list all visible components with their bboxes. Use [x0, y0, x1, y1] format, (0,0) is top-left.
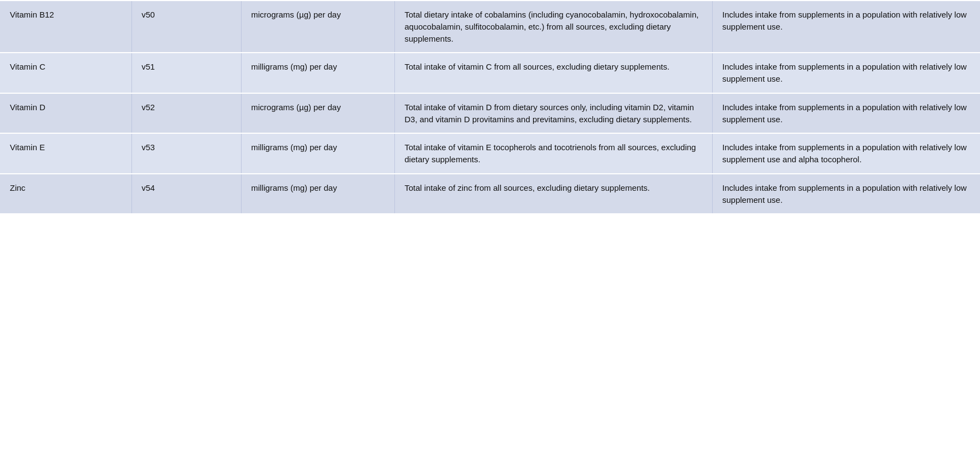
nutrient-name: Vitamin E [0, 133, 131, 174]
nutrient-description: Total intake of vitamin D from dietary s… [394, 93, 712, 134]
nutrient-unit: micrograms (µg) per day [241, 93, 394, 134]
nutrient-notes: Includes intake from supplements in a po… [712, 174, 980, 214]
table-row: Zinc v54 milligrams (mg) per day Total i… [0, 174, 980, 214]
nutrient-notes: Includes intake from supplements in a po… [712, 133, 980, 174]
nutrient-code: v50 [131, 1, 241, 53]
nutrient-notes: Includes intake from supplements in a po… [712, 1, 980, 53]
nutrient-name: Vitamin D [0, 93, 131, 134]
nutrient-unit: milligrams (mg) per day [241, 53, 394, 93]
nutrient-unit: milligrams (mg) per day [241, 174, 394, 214]
nutrient-code: v53 [131, 133, 241, 174]
table-row: Vitamin D v52 micrograms (µg) per day To… [0, 93, 980, 134]
nutrient-notes: Includes intake from supplements in a po… [712, 53, 980, 93]
nutrient-name: Vitamin C [0, 53, 131, 93]
nutrient-description: Total dietary intake of cobalamins (incl… [394, 1, 712, 53]
nutrient-description: Total intake of zinc from all sources, e… [394, 174, 712, 214]
nutrient-code: v52 [131, 93, 241, 134]
table-container: Vitamin B12 v50 micrograms (µg) per day … [0, 0, 980, 466]
nutrient-description: Total intake of vitamin C from all sourc… [394, 53, 712, 93]
nutrient-code: v51 [131, 53, 241, 93]
nutrient-name: Zinc [0, 174, 131, 214]
nutrient-unit: micrograms (µg) per day [241, 1, 394, 53]
table-row: Vitamin C v51 milligrams (mg) per day To… [0, 53, 980, 93]
nutrient-description: Total intake of vitamin E tocopherols an… [394, 133, 712, 174]
table-row: Vitamin E v53 milligrams (mg) per day To… [0, 133, 980, 174]
nutrient-notes: Includes intake from supplements in a po… [712, 93, 980, 134]
nutrients-table: Vitamin B12 v50 micrograms (µg) per day … [0, 0, 980, 214]
nutrient-name: Vitamin B12 [0, 1, 131, 53]
nutrient-code: v54 [131, 174, 241, 214]
nutrient-unit: milligrams (mg) per day [241, 133, 394, 174]
table-row: Vitamin B12 v50 micrograms (µg) per day … [0, 1, 980, 53]
